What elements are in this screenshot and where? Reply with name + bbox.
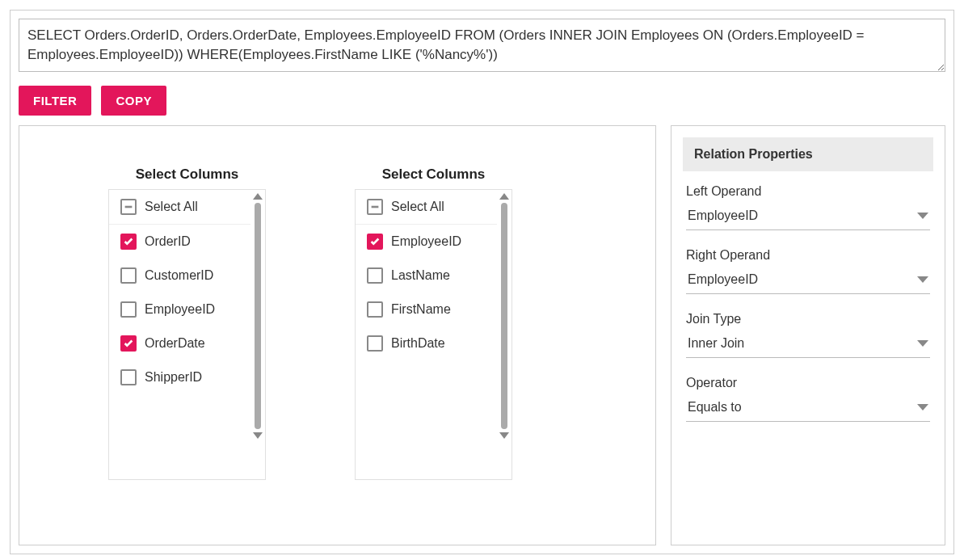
relation-header: Relation Properties — [683, 137, 933, 171]
scroll-up-icon[interactable] — [499, 193, 509, 200]
checkbox-checked-icon[interactable] — [120, 335, 137, 352]
checkbox-icon[interactable] — [120, 369, 137, 385]
chevron-down-icon — [917, 340, 928, 347]
property-value: EmployeeID — [688, 272, 758, 287]
select-all-item[interactable]: Select All — [109, 190, 250, 225]
select-all-item[interactable]: Select All — [356, 190, 497, 225]
checkbox-checked-icon[interactable] — [120, 234, 137, 250]
chevron-down-icon — [917, 276, 928, 283]
column-item-label: FirstName — [391, 302, 451, 317]
relation-panel: Relation Properties Left OperandEmployee… — [671, 125, 945, 545]
column-list: Select AllEmployeeIDLastNameFirstNameBir… — [356, 190, 497, 479]
chevron-down-icon — [917, 213, 928, 219]
column-item[interactable]: FirstName — [356, 293, 497, 326]
checkbox-icon[interactable] — [367, 267, 383, 284]
property-select[interactable]: EmployeeID — [686, 269, 930, 294]
scrollbar[interactable] — [499, 193, 510, 476]
column-group: Select ColumnsSelect AllEmployeeIDLastNa… — [355, 166, 512, 520]
column-item-label: OrderDate — [145, 336, 205, 351]
copy-button[interactable]: COPY — [101, 86, 166, 116]
scroll-thumb[interactable] — [501, 203, 507, 429]
property-value: Equals to — [688, 400, 742, 415]
property-label: Left Operand — [686, 184, 930, 199]
select-all-label: Select All — [391, 200, 444, 214]
columns-panel: Select ColumnsSelect AllOrderIDCustomerI… — [19, 125, 656, 545]
relation-property: Left OperandEmployeeID — [683, 184, 933, 230]
checkbox-indeterminate-icon[interactable] — [120, 199, 137, 215]
scroll-down-icon[interactable] — [499, 432, 509, 439]
column-item-label: OrderID — [145, 234, 191, 249]
column-item[interactable]: EmployeeID — [109, 293, 250, 326]
column-item-label: EmployeeID — [391, 234, 461, 249]
column-item[interactable]: BirthDate — [356, 326, 497, 360]
property-label: Join Type — [686, 312, 930, 326]
column-item-label: CustomerID — [145, 268, 213, 283]
select-all-label: Select All — [145, 200, 198, 214]
property-label: Right Operand — [686, 248, 930, 263]
panels: Select ColumnsSelect AllOrderIDCustomerI… — [19, 125, 945, 545]
property-select[interactable]: Inner Join — [686, 333, 930, 358]
scroll-down-icon[interactable] — [253, 432, 263, 439]
column-item[interactable]: OrderID — [109, 225, 250, 259]
checkbox-icon[interactable] — [367, 335, 383, 352]
checkbox-checked-icon[interactable] — [367, 234, 383, 250]
column-item[interactable]: EmployeeID — [356, 225, 497, 259]
scroll-up-icon[interactable] — [253, 193, 263, 200]
checkbox-indeterminate-icon[interactable] — [367, 199, 383, 215]
column-item[interactable]: LastName — [356, 259, 497, 293]
query-designer: FILTER COPY Select ColumnsSelect AllOrde… — [10, 10, 954, 554]
property-label: Operator — [686, 376, 930, 390]
checkbox-icon[interactable] — [120, 301, 137, 318]
checkbox-icon[interactable] — [367, 301, 383, 318]
relation-property: OperatorEquals to — [683, 376, 933, 422]
filter-button[interactable]: FILTER — [19, 86, 91, 116]
relation-property: Right OperandEmployeeID — [683, 248, 933, 294]
column-item-label: ShipperID — [145, 370, 202, 385]
relation-property: Join TypeInner Join — [683, 312, 933, 358]
property-select[interactable]: EmployeeID — [686, 205, 930, 230]
property-value: Inner Join — [688, 336, 744, 351]
chevron-down-icon — [917, 404, 928, 411]
column-item[interactable]: ShipperID — [109, 360, 250, 394]
column-listbox: Select AllOrderIDCustomerIDEmployeeIDOrd… — [108, 189, 266, 480]
column-item[interactable]: OrderDate — [109, 326, 250, 360]
sql-textarea[interactable] — [19, 19, 945, 72]
column-group-title: Select Columns — [355, 166, 512, 183]
column-group-title: Select Columns — [108, 166, 266, 183]
column-item-label: LastName — [391, 268, 450, 283]
action-buttons: FILTER COPY — [19, 86, 945, 116]
checkbox-icon[interactable] — [120, 267, 137, 284]
scrollbar[interactable] — [252, 193, 263, 476]
property-select[interactable]: Equals to — [686, 397, 930, 422]
column-list: Select AllOrderIDCustomerIDEmployeeIDOrd… — [109, 190, 250, 479]
column-listbox: Select AllEmployeeIDLastNameFirstNameBir… — [355, 189, 512, 480]
column-item[interactable]: CustomerID — [109, 259, 250, 293]
column-group: Select ColumnsSelect AllOrderIDCustomerI… — [108, 166, 266, 520]
column-item-label: BirthDate — [391, 336, 445, 351]
column-item-label: EmployeeID — [145, 302, 215, 317]
property-value: EmployeeID — [688, 208, 758, 223]
scroll-thumb[interactable] — [255, 203, 261, 429]
